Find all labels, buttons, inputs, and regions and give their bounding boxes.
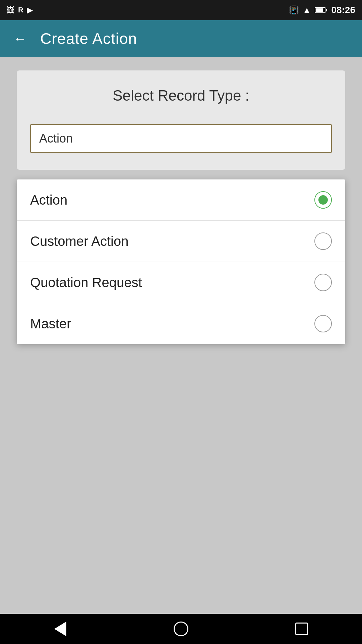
action-field[interactable]: Action xyxy=(30,124,332,153)
status-time: 08:26 xyxy=(331,5,355,15)
status-bar-right-icons: 📳 ▲ 08:26 xyxy=(289,5,355,15)
list-item-customer-action[interactable]: Customer Action xyxy=(17,221,345,262)
radio-button-customer-action[interactable] xyxy=(314,232,332,250)
radio-label-customer-action: Customer Action xyxy=(30,234,128,249)
vibrate-icon: 📳 xyxy=(289,5,299,15)
battery-icon xyxy=(315,7,327,13)
radio-button-action[interactable] xyxy=(314,191,332,209)
home-circle-icon xyxy=(174,622,188,636)
r-icon: R xyxy=(18,6,23,14)
nav-recent-button[interactable] xyxy=(288,615,315,642)
radio-label-quotation-request: Quotation Request xyxy=(30,275,142,290)
image-icon: 🖼 xyxy=(7,5,15,15)
radio-button-master[interactable] xyxy=(314,315,332,332)
back-button[interactable]: ← xyxy=(10,28,30,50)
radio-button-quotation-request[interactable] xyxy=(314,274,332,291)
app-bar: ← Create Action xyxy=(0,20,362,57)
status-bar: 🖼 R ▶ 📳 ▲ 08:26 xyxy=(0,0,362,20)
nav-back-button[interactable] xyxy=(47,615,74,642)
nav-home-button[interactable] xyxy=(168,615,194,642)
list-item-master[interactable]: Master xyxy=(17,303,345,344)
wifi-icon: ▲ xyxy=(303,5,311,15)
back-triangle-icon xyxy=(54,622,66,636)
page-title: Create Action xyxy=(40,30,137,48)
main-content: Select Record Type : Action Action Custo… xyxy=(0,57,362,614)
nav-bar xyxy=(0,614,362,644)
radio-label-action: Action xyxy=(30,193,67,208)
radio-label-master: Master xyxy=(30,316,71,331)
background-card: Select Record Type : Action xyxy=(17,70,345,170)
recent-square-icon xyxy=(295,623,308,635)
list-item-action[interactable]: Action xyxy=(17,179,345,221)
list-item-quotation-request[interactable]: Quotation Request xyxy=(17,262,345,303)
select-record-title: Select Record Type : xyxy=(30,87,332,104)
youtube-icon: ▶ xyxy=(27,5,33,15)
dropdown-popup: Action Customer Action Quotation Request… xyxy=(17,179,345,344)
status-bar-left-icons: 🖼 R ▶ xyxy=(7,5,33,15)
